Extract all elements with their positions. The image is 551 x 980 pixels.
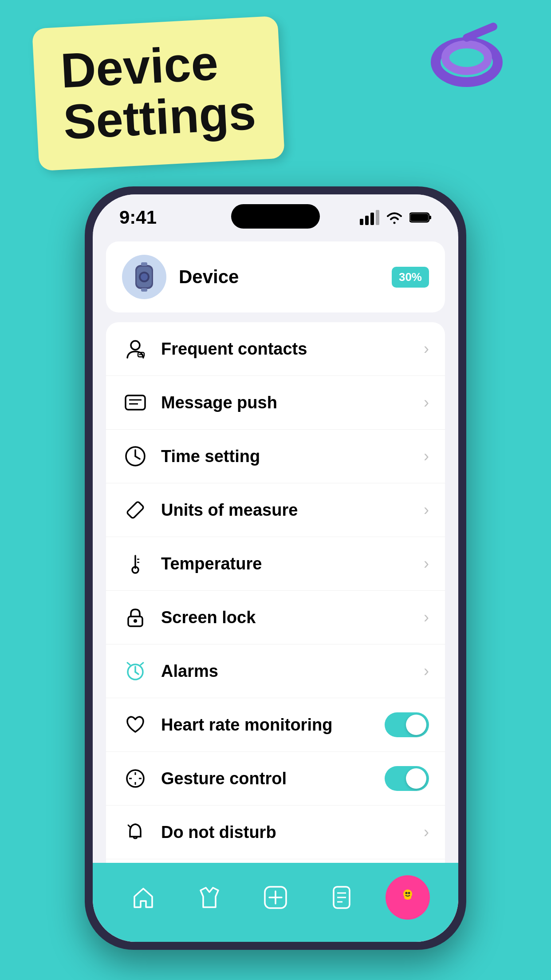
sticky-note: Device Settings — [32, 16, 285, 171]
chevron-icon: › — [424, 823, 429, 842]
header-area: Device Settings — [35, 22, 346, 165]
measure-icon — [122, 497, 149, 523]
svg-line-35 — [127, 663, 130, 665]
contacts-icon — [122, 336, 149, 362]
smartwatch-icon — [131, 261, 157, 292]
temperature-label: Temperature — [161, 554, 262, 573]
nav-plus[interactable] — [253, 875, 298, 920]
svg-rect-4 — [365, 216, 369, 225]
battery-badge: 30% — [392, 267, 429, 288]
device-icon-wrap — [122, 255, 166, 299]
clock-icon — [122, 443, 149, 470]
chevron-icon: › — [424, 608, 429, 627]
settings-item-do-not-disturb[interactable]: Do not disturb › — [106, 806, 445, 859]
chevron-icon: › — [424, 393, 429, 412]
device-card: Device 30% — [106, 241, 445, 312]
settings-item-units-of-measure[interactable]: Units of measure › — [106, 483, 445, 537]
status-time: 9:41 — [119, 207, 157, 228]
content-area: Device 30% — [93, 233, 458, 936]
settings-item-gesture-control[interactable]: Gesture control — [106, 752, 445, 806]
do-not-disturb-label: Do not disturb — [161, 823, 276, 842]
heart-icon — [122, 711, 149, 738]
status-bar: 9:41 — [93, 194, 458, 233]
heart-rate-toggle[interactable] — [385, 712, 429, 737]
svg-line-24 — [135, 456, 140, 459]
svg-point-15 — [141, 273, 148, 281]
alarm-icon — [122, 658, 149, 684]
device-label: Device — [179, 266, 239, 288]
svg-rect-25 — [126, 501, 144, 519]
svg-rect-8 — [429, 216, 431, 219]
dynamic-island — [231, 204, 320, 229]
svg-rect-6 — [376, 210, 379, 225]
phone-frame: 9:41 — [85, 186, 466, 950]
nav-home[interactable] — [121, 875, 165, 920]
svg-rect-12 — [141, 262, 147, 266]
battery-icon — [409, 212, 432, 223]
settings-item-frequent-contacts[interactable]: Frequent contacts › — [106, 322, 445, 376]
history-nav-icon — [328, 884, 355, 911]
svg-rect-13 — [141, 288, 147, 292]
bell-icon — [122, 819, 149, 846]
signal-icon — [360, 210, 379, 225]
svg-line-36 — [141, 663, 143, 665]
lock-icon — [122, 604, 149, 631]
settings-item-alarms[interactable]: Alarms › — [106, 644, 445, 698]
chevron-icon: › — [424, 554, 429, 573]
settings-list: Frequent contacts › M — [106, 322, 445, 913]
heart-rate-label: Heart rate monitoring — [161, 715, 332, 735]
page-title: Device Settings — [59, 35, 257, 147]
units-of-measure-label: Units of measure — [161, 501, 298, 520]
wardrobe-nav-icon — [196, 884, 223, 911]
frequent-contacts-label: Frequent contacts — [161, 340, 307, 359]
message-push-label: Message push — [161, 393, 277, 412]
svg-rect-19 — [126, 395, 145, 410]
wifi-icon — [386, 210, 403, 225]
chevron-icon: › — [424, 340, 429, 358]
svg-line-34 — [135, 672, 138, 674]
chevron-icon: › — [424, 662, 429, 680]
thermometer-icon — [122, 550, 149, 577]
nav-history[interactable] — [319, 875, 364, 920]
chevron-icon: › — [424, 447, 429, 466]
svg-point-31 — [134, 619, 137, 623]
svg-rect-9 — [410, 214, 428, 221]
paperclip-decoration — [418, 13, 516, 111]
gesture-control-label: Gesture control — [161, 769, 287, 788]
svg-point-56 — [408, 892, 410, 894]
nav-profile[interactable] — [386, 875, 430, 920]
status-icons — [360, 210, 432, 225]
gesture-control-toggle[interactable] — [385, 766, 429, 791]
plus-nav-icon — [262, 884, 289, 911]
settings-item-screen-lock[interactable]: Screen lock › — [106, 591, 445, 644]
message-icon — [122, 389, 149, 416]
phone-screen: 9:41 — [93, 194, 458, 942]
profile-nav-icon — [397, 886, 419, 909]
svg-rect-5 — [370, 213, 374, 225]
svg-rect-3 — [360, 219, 363, 225]
svg-point-16 — [131, 341, 140, 350]
settings-item-message-push[interactable]: Message push › — [106, 376, 445, 430]
settings-item-temperature[interactable]: Temperature › — [106, 537, 445, 591]
nav-wardrobe[interactable] — [187, 875, 232, 920]
settings-item-heart-rate[interactable]: Heart rate monitoring — [106, 698, 445, 752]
svg-point-55 — [405, 892, 407, 894]
svg-point-1 — [445, 44, 488, 71]
settings-item-time-setting[interactable]: Time setting › — [106, 430, 445, 483]
gesture-icon — [122, 765, 149, 792]
svg-line-42 — [128, 825, 131, 828]
screen-lock-label: Screen lock — [161, 608, 256, 627]
chevron-icon: › — [424, 501, 429, 519]
alarms-label: Alarms — [161, 662, 218, 681]
svg-line-2 — [467, 27, 493, 38]
home-nav-icon — [130, 884, 157, 911]
bottom-navigation — [93, 863, 458, 942]
time-setting-label: Time setting — [161, 447, 260, 466]
